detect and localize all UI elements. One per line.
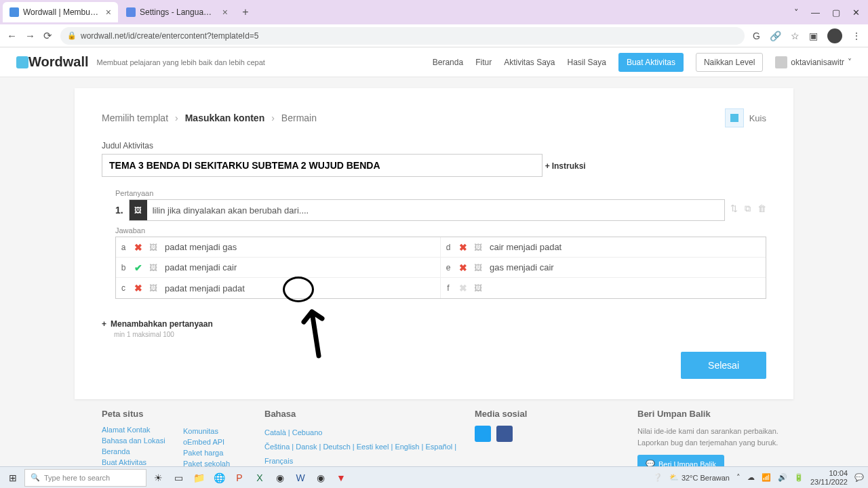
image-icon[interactable]: 🖼 <box>471 283 486 293</box>
answers-grid: a ✖ 🖼 padat menjadi gas d ✖ 🖼 cair menja… <box>115 237 766 299</box>
image-icon[interactable]: 🖼 <box>146 243 161 252</box>
chevron-down-icon[interactable]: ˅ <box>794 7 799 18</box>
wrong-icon[interactable]: ✖ <box>456 262 471 273</box>
correct-icon[interactable]: ✔ <box>131 262 146 273</box>
volume-icon[interactable]: 🔊 <box>778 473 787 482</box>
wrong-icon[interactable]: ✖ <box>456 242 471 253</box>
tab-title: Wordwall | Membuat pelajaran y <box>23 7 99 17</box>
translate-icon[interactable]: G <box>753 30 760 41</box>
close-icon[interactable]: × <box>222 7 228 18</box>
question-text: lilin jika dinyalakan akan berubah dari.… <box>147 205 724 216</box>
image-icon[interactable]: 🖼 <box>471 263 486 272</box>
nav-aktivitas[interactable]: Aktivitas Saya <box>504 58 555 67</box>
brand-logo[interactable]: Wordwall <box>28 54 89 70</box>
tray-chevron-icon[interactable]: ˄ <box>736 473 741 482</box>
selesai-button[interactable]: Selesai <box>681 352 766 379</box>
site-header: Wordwall Membuat pelajaran yang lebih ba… <box>0 47 868 77</box>
answer-letter: e <box>441 263 456 272</box>
close-icon[interactable]: × <box>106 7 111 18</box>
answer-b[interactable]: b ✔ 🖼 padat menjadi cair <box>116 258 441 278</box>
weather-widget[interactable]: ⛅ 32°C Berawan <box>669 473 730 482</box>
lock-icon: 🔒 <box>67 31 77 40</box>
extension-icon[interactable]: ▣ <box>809 30 818 41</box>
add-question-button[interactable]: + Menambahkan pertanyaan <box>102 319 213 329</box>
question-input[interactable]: 🖼 lilin jika dinyalakan akan berubah dar… <box>129 199 725 221</box>
image-icon[interactable]: 🖼 <box>146 263 161 272</box>
footer-link-komunitas[interactable]: Komunitas <box>183 427 258 435</box>
wrong-icon[interactable]: ✖ <box>131 283 146 293</box>
window-close-icon[interactable]: ✕ <box>852 7 860 18</box>
move-icon[interactable]: ⇅ <box>730 203 738 221</box>
star-icon[interactable]: ☆ <box>791 30 800 41</box>
answer-d[interactable]: d ✖ 🖼 cair menjadi padat <box>441 237 766 258</box>
url-input[interactable]: 🔒 wordwall.net/id/create/entercontent?te… <box>60 27 745 45</box>
help-icon[interactable]: ❔ <box>653 473 663 482</box>
tab-wordwall[interactable]: Wordwall | Membuat pelajaran y × <box>3 2 118 22</box>
crumb-play[interactable]: Bermain <box>281 113 317 123</box>
profile-avatar[interactable] <box>827 28 842 43</box>
feedback-note: Nilai ide-ide kami dan sarankan perbaika… <box>637 426 793 448</box>
explorer-icon[interactable]: 📁 <box>190 469 208 487</box>
template-badge[interactable]: Kuis <box>725 108 766 127</box>
chrome-icon[interactable]: ◉ <box>271 469 289 487</box>
plus-icon: + <box>545 161 550 171</box>
activity-title-input[interactable] <box>102 154 542 177</box>
copy-icon[interactable]: ⧉ <box>745 203 751 221</box>
answer-a[interactable]: a ✖ 🖼 padat menjadi gas <box>116 237 441 258</box>
taskbar-search[interactable]: 🔍 Type here to search <box>24 469 146 487</box>
image-icon[interactable]: 🖼 <box>471 243 486 252</box>
answer-letter: a <box>116 243 131 252</box>
answer-f[interactable]: f ✖ 🖼 <box>441 278 766 298</box>
nav-hasil[interactable]: Hasil Saya <box>568 58 606 67</box>
back-icon[interactable]: ← <box>7 30 17 41</box>
page-body: Memilih templat › Masukkan konten › Berm… <box>0 77 868 488</box>
battery-icon[interactable]: 🔋 <box>794 473 804 482</box>
notifications-icon[interactable]: 💬 <box>854 473 864 482</box>
answer-c[interactable]: c ✖ 🖼 padat menjadi padat <box>116 278 441 298</box>
template-name: Kuis <box>749 113 766 123</box>
image-icon[interactable]: 🖼 <box>130 200 147 220</box>
menu-icon[interactable]: ⋮ <box>852 30 861 41</box>
new-tab-button[interactable]: + <box>236 6 255 18</box>
chrome-icon-2[interactable]: ◉ <box>312 469 330 487</box>
image-icon[interactable]: 🖼 <box>146 283 161 293</box>
powerpoint-icon[interactable]: P <box>231 469 248 487</box>
nav-fitur[interactable]: Fitur <box>475 58 492 67</box>
add-instruksi-button[interactable]: + Instruksi <box>545 161 586 171</box>
footer-bahasa-title: Bahasa <box>264 409 468 419</box>
footer-media-title: Media sosial <box>475 409 631 419</box>
window-minimize-icon[interactable]: — <box>811 7 820 18</box>
word-icon[interactable]: W <box>292 469 309 487</box>
mark-toggle-icon[interactable]: ✖ <box>456 283 471 293</box>
url-text: wordwall.net/id/create/entercontent?temp… <box>81 31 259 41</box>
app-icon[interactable]: ▼ <box>332 469 350 487</box>
footer-link-paket[interactable]: Paket harga <box>183 449 258 457</box>
window-maximize-icon[interactable]: ▢ <box>832 7 840 18</box>
crumb-content: Masukkan konten <box>185 113 264 123</box>
task-view-icon[interactable]: ▭ <box>170 469 187 487</box>
twitter-icon[interactable] <box>475 426 491 442</box>
tab-settings[interactable]: Settings - Languages × <box>119 2 235 22</box>
delete-icon[interactable]: 🗑 <box>757 203 766 221</box>
start-icon[interactable]: ⊞ <box>4 469 22 487</box>
excel-icon[interactable]: X <box>251 469 269 487</box>
onedrive-icon[interactable]: ☁ <box>747 473 755 482</box>
crumb-template[interactable]: Memilih templat <box>102 113 168 123</box>
nav-beranda[interactable]: Beranda <box>433 58 463 67</box>
naikkan-level-button[interactable]: Naikkan Level <box>696 53 763 72</box>
user-menu[interactable]: oktavianisawitr ˅ <box>775 56 852 68</box>
network-icon[interactable]: 📶 <box>762 473 771 482</box>
facebook-icon[interactable] <box>496 426 513 442</box>
minmax-hint: min 1 maksimal 100 <box>114 331 766 338</box>
taskbar-clock[interactable]: 10:04 23/11/2022 <box>810 469 848 485</box>
buat-aktivitas-button[interactable]: Buat Aktivitas <box>618 53 684 72</box>
answer-e[interactable]: e ✖ 🖼 gas menjadi cair <box>441 258 766 278</box>
chevron-right-icon: › <box>271 113 275 123</box>
wrong-icon[interactable]: ✖ <box>131 242 146 253</box>
footer-link-oembed[interactable]: oEmbed API <box>183 438 258 446</box>
share-icon[interactable]: 🔗 <box>770 30 781 41</box>
edge-icon[interactable]: 🌐 <box>210 469 228 487</box>
forward-icon[interactable]: → <box>25 30 35 41</box>
weather-widget-icon[interactable]: ☀ <box>149 469 167 487</box>
reload-icon[interactable]: ⟳ <box>43 30 52 42</box>
